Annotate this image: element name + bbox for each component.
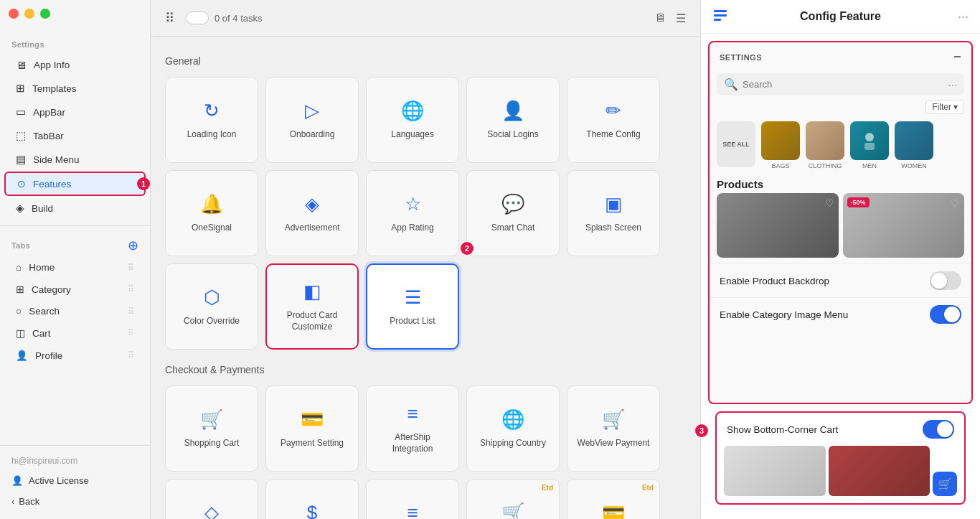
back-button[interactable]: ‹ Back [0, 491, 150, 512]
sidebar-item-tabbar[interactable]: ⬚ TabBar [4, 124, 146, 147]
feature-card-payment-setting[interactable]: 💳 Payment Setting [265, 385, 359, 472]
smart-chat-icon: 💬 [501, 193, 524, 215]
features-badge: 1 [137, 177, 150, 190]
feature-card-webview[interactable]: ≡ WebView [366, 479, 459, 519]
grid-icon: ⊞ [16, 82, 25, 95]
filter-row: Filter ▾ [710, 100, 971, 117]
color-override-icon: ⬡ [204, 286, 220, 309]
search-more-icon[interactable]: ··· [948, 78, 957, 90]
category-bags[interactable]: BAGS [761, 121, 800, 169]
see-all-button[interactable]: SEE ALL [717, 121, 755, 167]
feature-card-onboarding[interactable]: ▷ Onboarding [265, 77, 359, 163]
onesignal-icon: 🔔 [200, 193, 223, 215]
feature-card-smart-chat[interactable]: 💬 Smart Chat [466, 170, 560, 256]
category-clothing[interactable]: CLOTHING [806, 121, 844, 169]
features-icon: ⊙ [17, 178, 26, 190]
category-men[interactable]: MEN [850, 121, 889, 169]
list-view-icon[interactable]: ☰ [676, 11, 686, 25]
sidebar-item-templates[interactable]: ⊞ Templates [4, 77, 146, 100]
feature-card-currencies[interactable]: $ Currencies [265, 479, 359, 519]
enable-product-backdrop-label: Enable Product Backdrop [720, 276, 829, 286]
feature-card-product-list[interactable]: ☰ Product List [366, 263, 459, 350]
monitor-view-icon[interactable]: 🖥 [654, 11, 666, 24]
cart-btn-icon: 🛒 [938, 477, 952, 491]
task-toggle-switch[interactable] [186, 11, 209, 24]
product-1-heart-icon[interactable]: ♡ [825, 197, 834, 209]
svg-rect-4 [864, 143, 875, 150]
discount-badge: -50% [847, 197, 870, 207]
bottom-corner-cart-toggle[interactable] [923, 420, 954, 439]
category-icon: ⊞ [16, 284, 24, 295]
settings-section-label: Settings [0, 29, 150, 53]
feature-card-shipping-country[interactable]: 🌐 Shipping Country [466, 385, 560, 472]
filter-button[interactable]: Filter ▾ [925, 100, 964, 114]
add-tab-button[interactable]: ⊕ [128, 238, 138, 253]
enable-category-image-menu-row: Enable Category Image Menu [710, 297, 971, 331]
loading-icon: ↻ [204, 100, 220, 122]
svg-point-3 [865, 133, 874, 141]
category-women[interactable]: WOMEN [895, 121, 933, 169]
sidebar-item-build[interactable]: ◈ Build [4, 197, 146, 220]
bcc-badge: 3 [695, 424, 708, 437]
feature-card-coupon[interactable]: ◇ Coupon [165, 479, 258, 519]
checkout-features-grid: 🛒 Shopping Cart 💳 Payment Setting ≡ Afte… [165, 385, 686, 519]
enable-product-backdrop-toggle[interactable] [930, 271, 961, 290]
main-header: ⠿ 0 of 4 tasks 🖥 ☰ [151, 0, 700, 37]
women-image [895, 121, 933, 160]
feature-card-shopping-cart[interactable]: 🛒 Shopping Cart [165, 385, 258, 472]
svg-rect-2 [714, 19, 721, 21]
feature-card-onesignal[interactable]: 🔔 OneSignal [165, 170, 258, 256]
product-2-heart-icon[interactable]: ♡ [951, 197, 960, 209]
product-preview-row: ♡ -50% ♡ [710, 193, 971, 263]
sidebar-item-app-info[interactable]: 🖥 App Info [4, 54, 146, 76]
sidebar-item-search[interactable]: ○ Search ⠿ [4, 301, 146, 322]
stripe-etd-badge: Etd [642, 484, 654, 492]
config-search-bar: 🔍 ··· [717, 73, 964, 95]
active-license-item[interactable]: 👤 Active License [0, 470, 150, 491]
enable-category-image-menu-toggle[interactable] [930, 305, 961, 324]
payment-setting-icon: 💳 [301, 408, 324, 431]
bottom-corner-cart-toggle-row: Show Bottom-Corner Cart [717, 413, 964, 446]
aftership-icon: ≡ [407, 403, 418, 425]
traffic-light-red[interactable] [9, 9, 19, 19]
feature-card-languages[interactable]: 🌐 Languages [366, 77, 459, 163]
sidebar-item-home[interactable]: ⌂ Home ⠿ [4, 257, 146, 278]
sidebar-divider [0, 225, 150, 226]
sidebar: Settings 🖥 App Info ⊞ Templates ▭ AppBar… [0, 0, 151, 519]
feature-card-color-override[interactable]: ⬡ Color Override [165, 263, 258, 350]
onboarding-icon: ▷ [305, 100, 319, 122]
bcc-cart-button[interactable]: 🛒 [933, 472, 957, 496]
settings-collapse-button[interactable]: − [953, 50, 961, 65]
webview-icon: ≡ [407, 502, 418, 519]
feature-card-splash-screen[interactable]: ▣ Splash Screen [567, 170, 660, 256]
user-email: hi@inspireui.com [0, 452, 150, 470]
grid-dots-icon[interactable]: ⠿ [165, 10, 174, 26]
feature-card-advertisement[interactable]: ◈ Advertisement [265, 170, 359, 256]
config-search-input[interactable] [743, 79, 943, 90]
sidebar-item-appbar[interactable]: ▭ AppBar [4, 100, 146, 123]
feature-card-stripe[interactable]: Etd 💳 Stripe (native) [567, 479, 660, 519]
sidebar-item-profile[interactable]: 👤 Profile ⠿ [4, 345, 146, 366]
menu-icon: ▤ [16, 153, 26, 166]
feature-card-theme-config[interactable]: ✏ Theme Config [567, 77, 660, 163]
traffic-light-yellow[interactable] [24, 9, 34, 19]
task-count: 0 of 4 tasks [215, 13, 262, 24]
sidebar-item-side-menu[interactable]: ▤ Side Menu [4, 148, 146, 171]
feature-card-social-logins[interactable]: 👤 Social Logins [466, 77, 560, 163]
feature-card-aftership[interactable]: ≡ AfterShipIntegration [366, 385, 459, 472]
cart-icon: ◫ [16, 327, 25, 339]
feature-card-loading-icon[interactable]: ↻ Loading Icon [165, 77, 258, 163]
feature-card-razorpay[interactable]: Etd 🛒 Razorpay (native) [466, 479, 560, 519]
sidebar-item-cart[interactable]: ◫ Cart ⠿ [4, 322, 146, 344]
config-panel-more[interactable]: ··· [958, 9, 969, 24]
traffic-light-green[interactable] [40, 9, 50, 19]
sidebar-item-features[interactable]: ⊙ Features 1 [4, 172, 146, 196]
feature-card-webview-payment[interactable]: 🛒 WebView Payment [567, 385, 660, 472]
feature-card-app-rating[interactable]: ☆ App Rating [366, 170, 459, 256]
sidebar-item-category[interactable]: ⊞ Category ⠿ [4, 279, 146, 300]
feature-card-product-card-customize[interactable]: ◧ Product CardCustomize [265, 263, 359, 350]
task-toggle: 0 of 4 tasks [186, 11, 262, 24]
product-card-1: ♡ [717, 193, 839, 258]
tabbar-icon: ⬚ [16, 129, 26, 142]
webview-payment-icon: 🛒 [602, 408, 625, 431]
